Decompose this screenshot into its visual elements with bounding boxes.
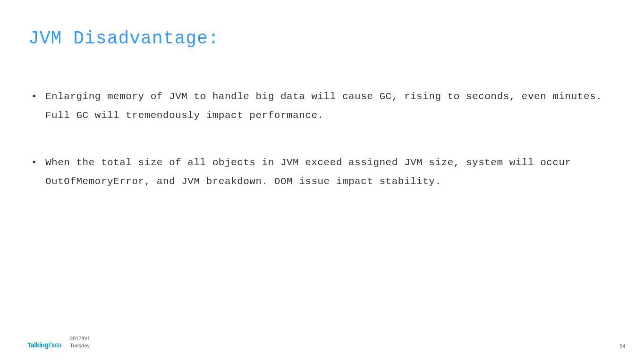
date-block: 2017/8/1 Tuesday	[70, 335, 90, 349]
brand-logo: TalkingData	[27, 341, 61, 349]
footer-day: Tuesday	[70, 342, 90, 349]
footer-left: TalkingData 2017/8/1 Tuesday	[27, 335, 90, 349]
bullet-item: • Enlarging memory of JVM to handle big …	[28, 87, 625, 125]
slide-title: JVM Disadvantage:	[28, 28, 220, 49]
bullet-text: When the total size of all objects in JV…	[45, 153, 625, 191]
slide-footer: TalkingData 2017/8/1 Tuesday 54	[27, 335, 625, 349]
brand-prefix: Talking	[27, 341, 48, 349]
page-number: 54	[620, 344, 625, 349]
brand-suffix: Data	[48, 341, 61, 349]
bullet-text: Enlarging memory of JVM to handle big da…	[45, 87, 625, 125]
slide-content: • Enlarging memory of JVM to handle big …	[28, 87, 625, 219]
bullet-marker: •	[28, 87, 45, 106]
footer-date: 2017/8/1	[70, 335, 90, 342]
bullet-marker: •	[28, 153, 45, 172]
bullet-item: • When the total size of all objects in …	[28, 153, 625, 191]
